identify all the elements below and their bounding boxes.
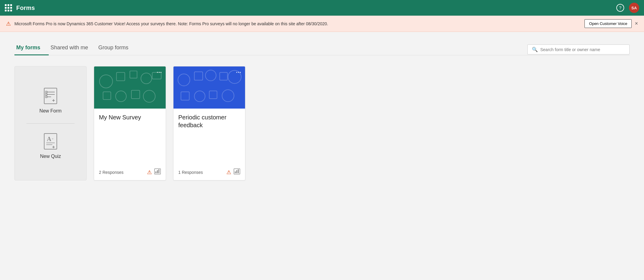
tabs-bar: My forms Shared with me Group forms 🔍 [14, 42, 630, 55]
search-icon: 🔍 [532, 47, 538, 52]
new-card[interactable]: New Form A + New Quiz [14, 66, 87, 180]
tab-group-forms[interactable]: Group forms [97, 42, 137, 55]
form-card-menu-my-new-survey[interactable]: ··· [157, 69, 162, 76]
search-input[interactable] [540, 47, 625, 52]
svg-rect-27 [157, 170, 158, 173]
notification-banner: ⚠ Microsoft Forms Pro is now Dynamics 36… [0, 16, 644, 32]
banner-warning-icon: ⚠ [6, 20, 11, 27]
form-card-responses-my-new-survey: 2 Responses [99, 170, 124, 175]
svg-rect-26 [155, 171, 156, 173]
warning-icon-my-new-survey[interactable]: ⚠ [147, 169, 152, 176]
new-form-icon [44, 88, 57, 104]
svg-text:A: A [47, 136, 51, 142]
svg-rect-30 [194, 72, 203, 80]
form-card-body-my-new-survey: My New Survey [94, 109, 166, 165]
tab-my-forms[interactable]: My forms [14, 42, 49, 55]
svg-point-24 [143, 90, 155, 102]
svg-rect-18 [130, 71, 137, 78]
form-card-menu-periodic-feedback[interactable]: ··· [236, 69, 241, 76]
form-card-action-icons: ⚠ [147, 168, 161, 176]
header-decorative-icons [94, 66, 166, 108]
navbar-left: Forms [5, 4, 35, 11]
new-form-item[interactable]: New Form [15, 78, 86, 123]
header-decorative-icons-blue [173, 66, 245, 108]
tabs-left: My forms Shared with me Group forms [14, 42, 137, 55]
svg-rect-34 [181, 92, 189, 100]
svg-text:+: + [52, 137, 54, 140]
svg-rect-28 [158, 169, 159, 173]
open-customer-voice-button[interactable]: Open Customer Voice [584, 19, 632, 28]
form-card-header-teal: ··· [94, 66, 166, 109]
svg-point-29 [178, 74, 190, 86]
form-card-header-blue: ··· [173, 66, 245, 109]
form-card-responses-periodic-feedback: 1 Responses [178, 170, 203, 175]
navbar-right: ? SA [616, 3, 639, 13]
form-card-action-icons-periodic: ⚠ [226, 168, 240, 176]
waffle-icon[interactable] [5, 4, 12, 11]
cards-grid: New Form A + New Quiz [14, 66, 630, 180]
svg-rect-39 [235, 171, 236, 173]
navbar: Forms ? SA [0, 0, 644, 16]
banner-content: ⚠ Microsoft Forms Pro is now Dynamics 36… [6, 20, 328, 27]
form-card-my-new-survey[interactable]: ··· My New Survey 2 Responses ⚠ [94, 66, 166, 180]
svg-rect-32 [220, 72, 228, 80]
svg-point-35 [194, 91, 205, 102]
svg-rect-23 [131, 90, 140, 99]
banner-close-button[interactable]: × [635, 20, 638, 27]
new-quiz-item[interactable]: A + New Quiz [15, 124, 86, 169]
form-card-title-my-new-survey: My New Survey [99, 113, 161, 121]
new-quiz-icon: A + [44, 133, 57, 149]
form-card-periodic-feedback[interactable]: ··· Periodic customer feedback 1 Respons… [173, 66, 245, 180]
banner-text: Microsoft Forms Pro is now Dynamics 365 … [14, 21, 328, 26]
avatar[interactable]: SA [629, 3, 639, 13]
svg-point-22 [115, 91, 126, 102]
banner-actions: Open Customer Voice × [584, 19, 638, 28]
form-card-body-periodic-feedback: Periodic customer feedback [173, 109, 245, 165]
form-card-footer-periodic-feedback: 1 Responses ⚠ [173, 165, 245, 180]
svg-rect-40 [236, 170, 237, 173]
svg-rect-41 [238, 169, 239, 173]
svg-rect-21 [103, 92, 111, 100]
chart-icon-periodic-feedback[interactable] [234, 168, 240, 176]
search-box[interactable]: 🔍 [527, 45, 630, 54]
app-title: Forms [16, 5, 35, 11]
help-button[interactable]: ? [616, 4, 624, 12]
svg-point-37 [222, 90, 234, 102]
new-form-label: New Form [39, 108, 62, 114]
form-card-footer-my-new-survey: 2 Responses ⚠ [94, 165, 166, 180]
svg-rect-36 [209, 91, 217, 99]
warning-icon-periodic-feedback[interactable]: ⚠ [226, 169, 231, 176]
svg-rect-17 [116, 72, 125, 81]
new-quiz-label: New Quiz [40, 154, 61, 159]
svg-point-16 [100, 75, 113, 88]
main-content: My forms Shared with me Group forms 🔍 [0, 32, 644, 190]
tab-shared-with-me[interactable]: Shared with me [49, 42, 97, 55]
svg-point-31 [205, 70, 216, 81]
form-card-title-periodic-feedback: Periodic customer feedback [178, 113, 240, 129]
svg-point-19 [141, 73, 152, 84]
chart-icon-my-new-survey[interactable] [154, 168, 161, 176]
